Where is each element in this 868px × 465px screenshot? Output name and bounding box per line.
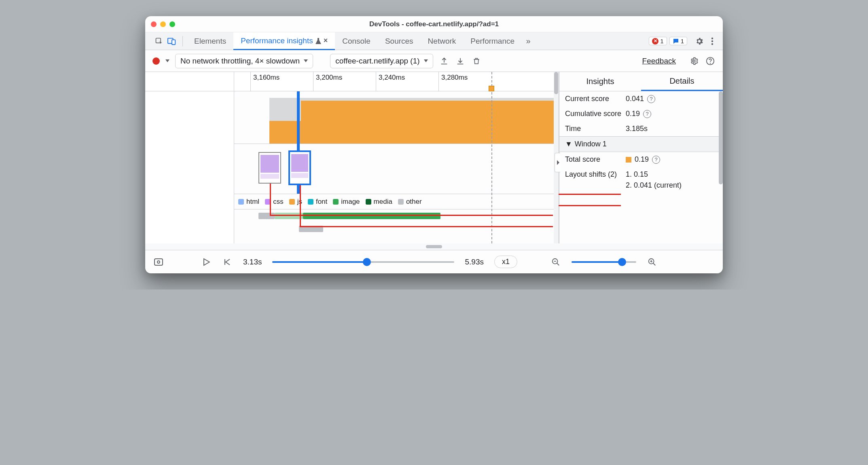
total-score-value: 0.19 <box>635 155 649 164</box>
tab-console[interactable]: Console <box>335 32 378 50</box>
chip-css: css <box>265 198 284 206</box>
help-icon[interactable]: ? <box>647 95 655 103</box>
request-bar-2[interactable] <box>234 222 554 235</box>
zoom-in-icon[interactable] <box>647 257 657 267</box>
layout-shift-item-1[interactable]: 1. 0.15 <box>626 170 648 179</box>
zoom-slider[interactable] <box>572 261 636 263</box>
tab-sources[interactable]: Sources <box>378 32 421 50</box>
time-tick: 3,240ms <box>379 74 405 82</box>
feedback-link[interactable]: Feedback <box>642 57 676 66</box>
kebab-menu-icon[interactable] <box>706 35 719 48</box>
error-icon: ✕ <box>652 38 658 44</box>
more-tabs-icon[interactable]: » <box>522 35 535 48</box>
insights-toolbar: No network throttling, 4× slowdown coffe… <box>145 50 723 72</box>
tab-label: Performance insights <box>241 36 313 45</box>
titlebar: DevTools - coffee-cart.netlify.app/?ad=1 <box>145 16 723 32</box>
svg-point-8 <box>710 63 711 63</box>
help-icon[interactable]: ? <box>643 110 651 118</box>
tab-performance[interactable]: Performance <box>463 32 522 50</box>
cum-score-value: 0.19 <box>626 110 640 118</box>
collapse-handle-icon[interactable] <box>555 153 560 172</box>
time-ruler[interactable]: 3,160ms 3,200ms 3,240ms 3,280ms <box>234 72 554 91</box>
layout-shift-thumbnail-1[interactable] <box>258 152 281 184</box>
range-start: 3.13s <box>243 258 262 266</box>
svg-rect-9 <box>155 259 163 265</box>
annotation-line <box>559 194 621 195</box>
request-bar-1[interactable] <box>234 209 554 222</box>
zoom-out-icon[interactable] <box>550 257 561 267</box>
section-window-1[interactable]: ▼ Window 1 <box>559 136 723 152</box>
chip-font: font <box>308 198 327 206</box>
annotation-line <box>559 205 621 206</box>
errors-badge[interactable]: ✕ 1 <box>649 37 667 45</box>
playback-toolbar: 3.13s 5.93s x1 <box>145 250 723 273</box>
current-score-value: 0.041 <box>626 95 644 103</box>
tab-performance-insights[interactable]: Performance insights × <box>233 32 335 50</box>
network-legend: html css js font image media other <box>234 194 554 209</box>
playback-slider[interactable] <box>272 261 454 263</box>
svg-point-6 <box>693 60 695 62</box>
recording-label: coffee-cart.netlify.app (1) <box>335 57 419 66</box>
delete-icon[interactable] <box>471 56 482 66</box>
layout-shift-item-2[interactable]: 2. 0.041 (current) <box>626 181 682 190</box>
chip-image: image <box>333 198 360 206</box>
svg-point-3 <box>711 37 713 39</box>
issues-badge[interactable]: 1 <box>669 37 687 45</box>
details-scrollbar[interactable] <box>719 91 723 184</box>
settings-gear-icon[interactable] <box>693 35 706 48</box>
help-icon[interactable]: ? <box>652 156 660 164</box>
speed-pill[interactable]: x1 <box>494 256 517 268</box>
chip-js: js <box>289 198 302 206</box>
details-pane: Insights Details Current score 0.041? Cu… <box>559 72 723 243</box>
horizontal-scrollbar[interactable] <box>145 243 723 250</box>
chip-media: media <box>366 198 392 206</box>
chevron-down-icon <box>424 59 428 62</box>
layout-shift-thumbnail-2-selected[interactable] <box>288 150 311 185</box>
js-marker-icon[interactable] <box>489 86 494 91</box>
time-value: 3.185s <box>626 125 648 133</box>
help-icon[interactable] <box>705 56 716 66</box>
timeline[interactable]: 3,160ms 3,200ms 3,240ms 3,280ms Layout S… <box>145 72 559 243</box>
score-square-icon <box>626 157 631 163</box>
row-layout-shifts: Layout shifts (2) 1. 0.15 2. 0.041 (curr… <box>559 167 723 193</box>
record-button[interactable] <box>152 57 160 65</box>
close-tab-icon[interactable]: × <box>324 36 328 45</box>
chip-other: other <box>398 198 422 206</box>
devtools-window: DevTools - coffee-cart.netlify.app/?ad=1… <box>145 16 723 273</box>
playhead-marker <box>491 72 492 243</box>
svg-rect-2 <box>172 40 175 44</box>
row-time: Time 3.185s <box>559 121 723 136</box>
row-current-score: Current score 0.041? <box>559 91 723 106</box>
chip-html: html <box>238 198 259 206</box>
window-title: DevTools - coffee-cart.netlify.app/?ad=1 <box>145 20 723 28</box>
collapse-triangle-icon: ▼ <box>565 140 572 148</box>
svg-point-5 <box>711 43 713 44</box>
inspect-icon[interactable] <box>152 35 165 48</box>
export-icon[interactable] <box>439 56 449 66</box>
svg-point-4 <box>711 40 713 42</box>
tab-network[interactable]: Network <box>421 32 464 50</box>
chevron-down-icon <box>304 59 308 62</box>
recording-select[interactable]: coffee-cart.netlify.app (1) <box>330 54 433 68</box>
tab-details[interactable]: Details <box>641 72 723 91</box>
record-menu-icon[interactable] <box>165 59 169 62</box>
tab-elements[interactable]: Elements <box>187 32 233 50</box>
import-icon[interactable] <box>455 56 466 66</box>
screenshot-toggle-icon[interactable] <box>153 257 164 267</box>
flame-chart-row[interactable] <box>234 91 554 144</box>
details-tabs: Insights Details <box>559 72 723 91</box>
issue-icon <box>673 38 679 44</box>
skip-back-icon[interactable] <box>222 257 233 267</box>
issues-count: 1 <box>681 38 684 44</box>
panel-settings-gear-icon[interactable] <box>689 56 699 66</box>
time-tick: 3,200ms <box>316 74 342 82</box>
row-total-score: Total score 0.19 ? <box>559 152 723 167</box>
play-icon[interactable] <box>201 257 212 267</box>
throttling-select[interactable]: No network throttling, 4× slowdown <box>175 54 313 68</box>
device-toggle-icon[interactable] <box>165 35 178 48</box>
range-end: 5.93s <box>465 258 483 266</box>
main-area: 3,160ms 3,200ms 3,240ms 3,280ms Layout S… <box>145 72 723 243</box>
time-tick: 3,280ms <box>441 74 468 82</box>
tab-insights[interactable]: Insights <box>559 72 641 91</box>
layout-shifts-track[interactable] <box>234 144 554 194</box>
